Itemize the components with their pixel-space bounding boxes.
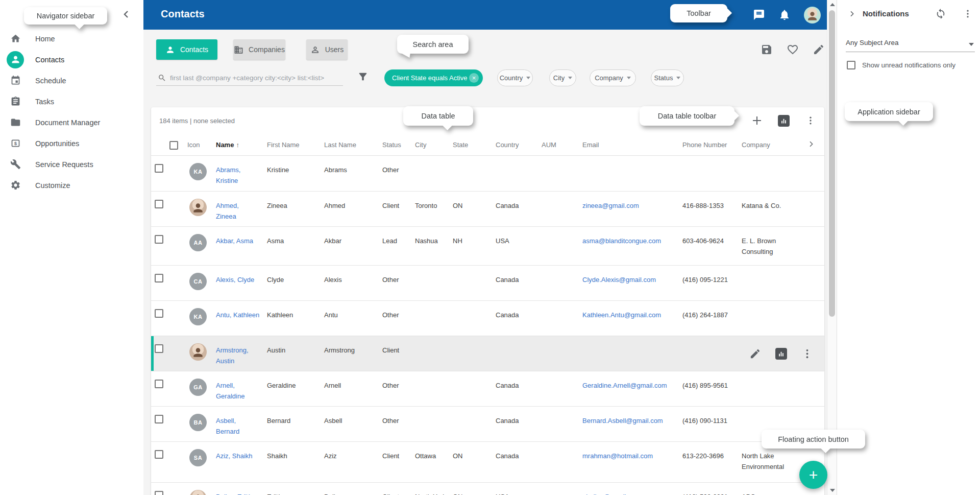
email-link[interactable]: Kathleen.Antu@gmail.com xyxy=(582,311,661,319)
state-cell xyxy=(449,156,492,191)
contact-name-link[interactable]: Abrams, Kristine xyxy=(216,166,240,184)
row-checkbox[interactable] xyxy=(155,309,163,318)
column-header-state[interactable]: State xyxy=(449,134,492,155)
kebab-menu-icon[interactable] xyxy=(804,114,817,127)
row-checkbox[interactable] xyxy=(155,380,163,388)
scroll-down-arrow[interactable] xyxy=(830,489,835,492)
state-cell xyxy=(449,336,492,371)
table-row[interactable]: Bailey, Edith Edith Bailey Client North … xyxy=(151,483,824,495)
column-header-company[interactable]: Company xyxy=(738,134,797,155)
favorite-heart-icon[interactable] xyxy=(787,43,799,56)
contact-name-link[interactable]: Arnell, Geraldine xyxy=(216,382,244,400)
kebab-menu-icon[interactable] xyxy=(963,9,973,19)
vertical-scrollbar[interactable] xyxy=(827,0,837,495)
refresh-icon[interactable] xyxy=(935,8,946,19)
column-header-status[interactable]: Status xyxy=(379,134,411,155)
scroll-columns-right-button[interactable] xyxy=(797,134,824,155)
floating-action-button[interactable]: + xyxy=(799,461,827,489)
chart-icon[interactable] xyxy=(778,115,790,127)
table-row[interactable]: Ahmed, Zineea Zineea Ahmed Client Toront… xyxy=(151,192,824,227)
row-checkbox[interactable] xyxy=(155,344,163,353)
contact-name-link[interactable]: Asbell, Bernard xyxy=(216,417,239,435)
column-header-country[interactable]: Country xyxy=(492,134,538,155)
edit-pencil-icon[interactable] xyxy=(749,348,761,360)
unread-only-checkbox[interactable] xyxy=(847,61,855,69)
row-checkbox[interactable] xyxy=(155,235,163,244)
sidebar-item-document-manager[interactable]: Document Manager xyxy=(0,112,143,133)
edit-pencil-icon[interactable] xyxy=(813,43,825,56)
column-header-aum[interactable]: AUM xyxy=(538,134,579,155)
table-body: KA Abrams, Kristine Kristine Abrams Othe… xyxy=(151,156,824,495)
column-header-last-name[interactable]: Last Name xyxy=(321,134,379,155)
row-checkbox[interactable] xyxy=(155,274,163,282)
sidebar-item-opportunities[interactable]: $ Opportunities xyxy=(0,133,143,154)
row-checkbox[interactable] xyxy=(155,164,163,173)
contact-name-link[interactable]: Armstrong, Austin xyxy=(216,346,249,365)
sidebar-item-schedule[interactable]: Schedule xyxy=(0,70,143,91)
column-header-name[interactable]: Name↑ xyxy=(212,134,263,155)
sidebar-item-label: Opportunities xyxy=(35,139,79,148)
tab-users[interactable]: Users xyxy=(306,39,348,60)
select-all-checkbox[interactable] xyxy=(169,141,178,150)
email-link[interactable]: zineea@gmail.com xyxy=(582,202,639,209)
subject-area-dropdown[interactable]: Any Subject Area xyxy=(846,39,975,52)
row-checkbox[interactable] xyxy=(155,450,163,459)
filter-funnel-icon[interactable] xyxy=(357,71,369,83)
table-row[interactable]: SA Aziz, Shaikh Shaikh Aziz Client Ottaw… xyxy=(151,442,824,483)
column-header-icon[interactable]: Icon xyxy=(184,134,212,155)
scrollbar-thumb[interactable] xyxy=(829,10,835,317)
collapse-panel-chevron-icon[interactable] xyxy=(848,10,856,18)
email-link[interactable]: mrahman@hotmail.com xyxy=(582,452,653,460)
email-link[interactable]: ebailey@gmail.com xyxy=(582,493,641,495)
contact-name-link[interactable]: Aziz, Shaikh xyxy=(216,452,253,460)
contact-name-link[interactable]: Akbar, Asma xyxy=(216,237,253,245)
user-avatar[interactable] xyxy=(804,7,821,23)
table-row[interactable]: AA Akbar, Asma Asma Akbar Lead Nashua NH… xyxy=(151,227,824,266)
country-dropdown[interactable]: Country xyxy=(497,69,533,86)
email-link[interactable]: Bernard.Asbell@gmail.com xyxy=(582,417,663,425)
table-row[interactable]: GA Arnell, Geraldine Geraldine Arnell Ot… xyxy=(151,371,824,407)
save-icon[interactable] xyxy=(761,43,773,56)
row-checkbox[interactable] xyxy=(155,200,163,208)
city-dropdown[interactable]: City xyxy=(549,69,576,86)
add-icon[interactable] xyxy=(751,114,763,127)
sidebar-item-service-requests[interactable]: Service Requests xyxy=(0,154,143,175)
sidebar-item-tasks[interactable]: Tasks xyxy=(0,91,143,112)
contact-name-link[interactable]: Alexis, Clyde xyxy=(216,276,254,284)
filter-chip-client-state[interactable]: Client State equals Active × xyxy=(384,69,483,86)
tab-contacts[interactable]: Contacts xyxy=(156,39,217,60)
status-dropdown[interactable]: Status xyxy=(651,69,684,86)
table-row[interactable]: CA Alexis, Clyde Clyde Alexis Other Cana… xyxy=(151,266,824,301)
dropdown-label: Company xyxy=(595,74,623,82)
kebab-menu-icon[interactable] xyxy=(801,348,813,360)
company-dropdown[interactable]: Company xyxy=(590,69,636,86)
scroll-up-arrow[interactable] xyxy=(830,3,835,6)
items-summary: 184 items | none selected xyxy=(159,117,235,125)
collapse-sidebar-button[interactable] xyxy=(120,8,133,20)
messages-icon[interactable] xyxy=(753,9,765,21)
notifications-bell-icon[interactable] xyxy=(778,9,791,21)
row-checkbox[interactable] xyxy=(155,491,163,495)
contact-name-link[interactable]: Ahmed, Zineea xyxy=(216,202,239,220)
column-header-phone[interactable]: Phone Number xyxy=(679,134,738,155)
sidebar-item-contacts[interactable]: Contacts xyxy=(0,49,143,70)
email-link[interactable]: Clyde.Alexis@gmail.com xyxy=(582,276,656,284)
chip-remove-icon[interactable]: × xyxy=(469,73,479,83)
row-checkbox[interactable] xyxy=(155,415,163,423)
email-link[interactable]: asma@blanditcongue.com xyxy=(582,237,661,245)
search-input[interactable] xyxy=(170,74,343,82)
table-row[interactable]: BA Asbell, Bernard Bernard Asbell Other … xyxy=(151,407,824,442)
sidebar-item-customize[interactable]: Customize xyxy=(0,175,143,196)
sidebar-item-home[interactable]: Home xyxy=(0,28,143,49)
contact-name-link[interactable]: Bailey, Edith xyxy=(216,493,252,495)
table-row[interactable]: KA Antu, Kathleen Kathleen Antu Other Ca… xyxy=(151,301,824,336)
tab-companies[interactable]: Companies xyxy=(233,39,285,60)
table-row[interactable]: Armstrong, Austin Austin Armstrong Clien… xyxy=(151,336,824,371)
table-row[interactable]: KA Abrams, Kristine Kristine Abrams Othe… xyxy=(151,156,824,192)
column-header-first-name[interactable]: First Name xyxy=(263,134,321,155)
email-link[interactable]: Geraldine.Arnell@gmail.com xyxy=(582,382,667,389)
column-header-email[interactable]: Email xyxy=(579,134,679,155)
column-header-city[interactable]: City xyxy=(411,134,449,155)
chart-icon[interactable] xyxy=(775,348,787,360)
contact-name-link[interactable]: Antu, Kathleen xyxy=(216,311,259,319)
